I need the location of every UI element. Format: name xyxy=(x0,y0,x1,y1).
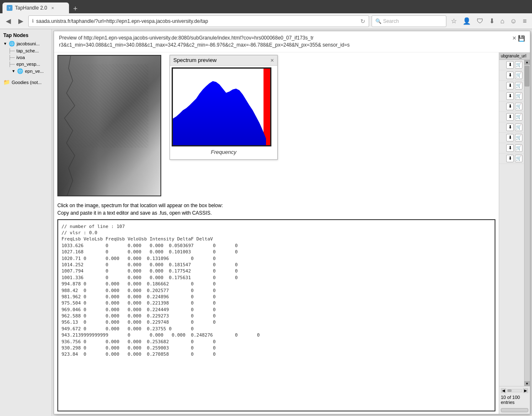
expand-icon-2: ▼ xyxy=(12,69,15,73)
bookmark-icon[interactable]: ☆ xyxy=(449,16,459,26)
download-icon-10[interactable]: ⬇ xyxy=(506,155,514,162)
sidebar-epn-ve-label: epn_ve... xyxy=(25,69,44,74)
tree-line: ├─ xyxy=(8,48,15,53)
vertical-scrollbar[interactable]: ▲ ▼ xyxy=(524,60,530,386)
sidebar-item-goodies[interactable]: 📁 Goodies (not... xyxy=(0,78,52,86)
cart-icon-7[interactable]: 🛒 xyxy=(515,124,522,131)
sidebar-item-jacobsuni[interactable]: ▼ 🌐 jacobsuni... xyxy=(0,40,52,47)
browser-tab[interactable]: T TapHandle 2.0 × xyxy=(2,2,69,13)
url-bar[interactable]: ℹ saada.unistra.fr/taphandle/?url=http:/… xyxy=(28,15,369,27)
lock-icon: ℹ xyxy=(32,18,34,24)
sidebar-item-tap-schema[interactable]: ├─ tap_sche... xyxy=(0,47,52,54)
data-content: // number of line : 107 // vlsr : 0.0 Fr… xyxy=(62,223,491,358)
mars-surface xyxy=(58,56,160,196)
panel-row-6: ⬇ 🛒 xyxy=(499,112,524,122)
cart-icon-4[interactable]: 🛒 xyxy=(515,92,522,100)
emoji-icon[interactable]: ☺ xyxy=(508,17,519,26)
download-icon-5[interactable]: ⬇ xyxy=(506,103,514,110)
search-bar[interactable]: 🔍 Search xyxy=(372,15,446,27)
instruction-line-1: Click on the image, spectrum for that lo… xyxy=(57,202,495,209)
panel-row-3: ⬇ 🛒 xyxy=(499,81,524,91)
expand-icon: ▼ xyxy=(3,42,7,46)
cart-icon-8[interactable]: 🛒 xyxy=(515,134,522,141)
scroll-right-btn[interactable]: ▶ xyxy=(523,388,528,393)
download-icon-1[interactable]: ⬇ xyxy=(506,61,514,69)
menu-icon[interactable]: ≡ xyxy=(521,17,529,26)
scroll-left-btn[interactable]: ◀ xyxy=(501,388,506,393)
panel-row-4: ⬇ 🛒 xyxy=(499,91,524,102)
preview-instructions: Click on the image, spectrum for that lo… xyxy=(57,202,495,217)
cart-icon-9[interactable]: 🛒 xyxy=(515,144,522,152)
url-text: saada.unistra.fr/taphandle/?url=http://e… xyxy=(36,18,359,24)
sidebar-item-epn-vespa[interactable]: ├─ epn_vesp... xyxy=(0,61,52,67)
download-icon-6[interactable]: ⬇ xyxy=(506,113,514,121)
cart-icon-1[interactable]: 🛒 xyxy=(515,61,522,69)
panel-row-7: ⬇ 🛒 xyxy=(499,122,524,133)
panel-row-5: ⬇ 🛒 xyxy=(499,102,524,112)
globe-icon-2: 🌐 xyxy=(17,68,23,74)
forward-button[interactable]: ▶ xyxy=(16,16,26,26)
panel-action-button[interactable] xyxy=(501,408,528,412)
spectrum-title: Spectrum preview xyxy=(173,57,217,63)
folder-icon: 📁 xyxy=(3,79,10,85)
tab-favicon: T xyxy=(7,5,12,11)
download-icon-7[interactable]: ⬇ xyxy=(506,124,514,131)
spectrum-header: Spectrum preview × xyxy=(170,55,277,66)
goodies-label: Goodies (not... xyxy=(12,80,42,85)
svg-marker-2 xyxy=(173,81,266,145)
panel-row-10: ⬇ 🛒 xyxy=(499,154,524,164)
sidebar-item-label: jacobsuni... xyxy=(17,41,40,46)
mars-image[interactable] xyxy=(57,55,161,196)
svg-rect-1 xyxy=(58,56,160,196)
home-icon[interactable]: ⌂ xyxy=(498,17,507,26)
search-icon: 🔍 xyxy=(375,18,382,24)
right-panel-header: ubgranule_url xyxy=(499,52,530,60)
spectrum-close-button[interactable]: × xyxy=(271,57,274,64)
h-scrollbar-thumb[interactable] xyxy=(507,389,512,392)
cart-icon-2[interactable]: 🛒 xyxy=(515,72,522,79)
globe-icon: 🌐 xyxy=(9,41,15,47)
download-icon-2[interactable]: ⬇ xyxy=(506,72,514,79)
horizontal-scrollbar[interactable] xyxy=(507,389,522,392)
spectrum-x-label: Frequency xyxy=(172,146,276,158)
shield-icon[interactable]: 🛡 xyxy=(475,17,485,26)
cart-icon-6[interactable]: 🛒 xyxy=(515,113,522,121)
spectrum-svg xyxy=(173,69,266,145)
sidebar: Tap Nodes ▼ 🌐 jacobsuni... ├─ tap_sche..… xyxy=(0,29,52,416)
sidebar-epn-label: epn_vesp... xyxy=(17,62,40,67)
preview-save-icon[interactable]: 💾 xyxy=(518,35,525,42)
sidebar-item-epn-ve[interactable]: ▼ 🌐 epn_ve... xyxy=(0,67,52,75)
data-text-area[interactable]: // number of line : 107 // vlsr : 0.0 Fr… xyxy=(57,219,495,411)
sidebar-ivoa-label: ivoa xyxy=(17,55,25,60)
sidebar-tap-schema-label: tap_sche... xyxy=(17,48,39,53)
panel-row-2: ⬇ 🛒 xyxy=(499,70,524,81)
instruction-line-2: Copy and paste it in a text editor and s… xyxy=(57,209,495,217)
entries-count: ◀ ▶ 10 of 100 entries xyxy=(499,386,530,406)
preview-close-button[interactable]: × xyxy=(512,35,516,42)
spectrum-chart[interactable]: Frequency xyxy=(170,66,277,159)
cart-icon-3[interactable]: 🛒 xyxy=(515,82,522,89)
account-icon[interactable]: 👤 xyxy=(461,16,473,26)
search-placeholder: Search xyxy=(383,18,399,24)
sidebar-item-ivoa[interactable]: ├─ ivoa xyxy=(0,54,52,61)
cart-icon-10[interactable]: 🛒 xyxy=(515,155,522,162)
download-icon-8[interactable]: ⬇ xyxy=(506,134,514,141)
cart-icon-5[interactable]: 🛒 xyxy=(515,103,522,110)
tab-close-button[interactable]: × xyxy=(51,5,54,10)
preview-title: Preview of http://epn1.epn-vespa.jacobs-… xyxy=(59,35,454,49)
download-icon-9[interactable]: ⬇ xyxy=(506,144,514,152)
refresh-icon[interactable]: ↻ xyxy=(360,18,365,25)
back-button[interactable]: ◀ xyxy=(3,16,13,26)
entries-count-label: 10 of 100 entries xyxy=(501,395,520,405)
scrollbar-thumb[interactable] xyxy=(525,66,530,87)
preview-popup: Preview of http://epn1.epn-vespa.jacobs-… xyxy=(54,31,530,414)
spectrum-box: Spectrum preview × xyxy=(170,55,278,160)
tree-line-3: ├─ xyxy=(8,62,15,67)
new-tab-button[interactable]: + xyxy=(71,5,80,13)
right-panel: ubgranule_url ⬇ 🛒 ⬇ 🛒 xyxy=(499,52,530,414)
download-icon-4[interactable]: ⬇ xyxy=(506,92,514,100)
tree-line-2: ├─ xyxy=(8,55,15,60)
download-icon-3[interactable]: ⬇ xyxy=(506,82,514,89)
tab-title: TapHandle 2.0 xyxy=(15,5,47,11)
download-icon[interactable]: ⬇ xyxy=(487,16,497,26)
